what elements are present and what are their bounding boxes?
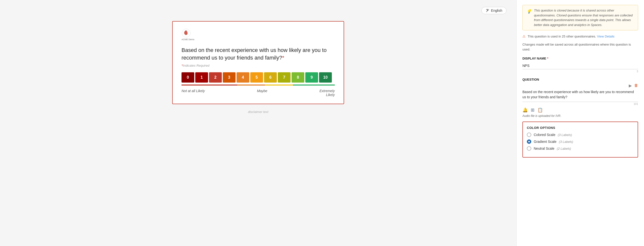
nps-cell[interactable]: 6: [264, 72, 277, 83]
brand-name: ACME Demo: [182, 38, 194, 41]
changes-note: Changes made will be saved across all qu…: [522, 42, 638, 52]
radio-circle: [527, 132, 531, 137]
radio-circle: [527, 139, 531, 144]
bell-icon[interactable]: 🔔: [522, 107, 528, 113]
nps-cell[interactable]: 8: [292, 72, 304, 83]
preview-question-text: Based on the recent experience with us h…: [182, 47, 335, 62]
radio-circle: [527, 146, 531, 151]
label-center: Maybe: [257, 89, 267, 97]
preview-card: ACME Demo Based on the recent experience…: [172, 21, 344, 104]
nps-cell[interactable]: 2: [209, 72, 222, 83]
color-option-label: Gradient Scale: [534, 140, 556, 143]
question-section: QUESTION ▶ 🗑 Based on the recent experie…: [522, 78, 638, 118]
required-note: *Indicates Required: [182, 64, 335, 67]
display-name-label: DISPLAY NAME *: [522, 57, 638, 60]
nps-cell[interactable]: 7: [278, 72, 290, 83]
translate-icon: [486, 8, 490, 12]
nps-cell[interactable]: 0: [182, 72, 194, 83]
color-options-section: COLOR OPTIONS Colored Scale (3 Labels)Gr…: [522, 122, 638, 157]
brand-logo: ACME Demo: [182, 28, 335, 41]
display-name-char-count: 3: [522, 70, 638, 73]
display-name-input[interactable]: [522, 62, 638, 69]
delete-icon[interactable]: 🗑: [634, 83, 638, 88]
disclaimer-text: disclaimer text: [248, 110, 268, 114]
color-option-label: Neutral Scale: [534, 146, 554, 150]
color-options-title: COLOR OPTIONS: [527, 126, 634, 130]
display-name-section: DISPLAY NAME * 3: [522, 57, 638, 73]
question-char-count: 101: [522, 103, 638, 105]
nps-bar-segment: [293, 85, 335, 86]
color-option-0[interactable]: Colored Scale (3 Labels): [527, 132, 634, 137]
audio-note: Audio file is uploaded for IVR.: [522, 114, 638, 118]
nps-bar-segment: [182, 85, 237, 86]
warning-text: This question is used in 25 other questi…: [528, 34, 614, 38]
media-icons: 🔔 ⊞ 📋: [522, 107, 638, 113]
nps-cell[interactable]: 4: [236, 72, 249, 83]
main-area: English ACME Demo Based on the recent ex…: [0, 0, 516, 246]
nps-labels: Not at all Likely Maybe ExtremelyLikely: [182, 89, 335, 97]
top-bar: English: [5, 5, 511, 16]
nps-cell[interactable]: 3: [223, 72, 236, 83]
color-option-label: Colored Scale: [534, 133, 555, 137]
label-left: Not at all Likely: [182, 89, 205, 97]
play-icon[interactable]: ▶: [629, 83, 632, 88]
nps-scale: 012345678910: [182, 72, 335, 83]
required-star: *: [282, 55, 284, 61]
view-details-link[interactable]: View Details: [597, 34, 614, 38]
label-right: ExtremelyLikely: [320, 89, 335, 97]
warning-icon: ⚠: [522, 34, 526, 38]
color-options-list: Colored Scale (3 Labels)Gradient Scale (…: [527, 132, 634, 151]
info-banner: 💡 This question is cloned because it is …: [522, 5, 638, 30]
color-option-sublabel: (2 Labels): [557, 147, 571, 150]
bookmark-icon[interactable]: 📋: [538, 107, 543, 113]
language-button[interactable]: English: [482, 7, 506, 14]
color-option-1[interactable]: Gradient Scale (3 Labels): [527, 139, 634, 144]
grid-icon[interactable]: ⊞: [531, 107, 534, 113]
nps-bar: [182, 85, 335, 86]
nps-bar-segment: [237, 85, 265, 86]
bulb-icon: 💡: [526, 8, 532, 27]
question-display: Based on the recent experience with us h…: [522, 89, 638, 102]
nps-bar-segment: [265, 85, 293, 86]
color-option-2[interactable]: Neutral Scale (2 Labels): [527, 146, 634, 151]
nps-cell[interactable]: 10: [319, 72, 332, 83]
info-banner-text: This question is cloned because it is sh…: [534, 8, 634, 27]
nps-cell[interactable]: 9: [305, 72, 318, 83]
language-label: English: [491, 8, 502, 12]
warning-line: ⚠ This question is used in 25 other ques…: [522, 34, 638, 38]
nps-cell[interactable]: 1: [195, 72, 208, 83]
question-actions: ▶ 🗑: [522, 83, 638, 88]
question-label: QUESTION: [522, 78, 638, 81]
right-panel: 💡 This question is cloned because it is …: [516, 0, 644, 246]
color-option-sublabel: (3 Labels): [558, 133, 572, 137]
color-option-sublabel: (3 Labels): [559, 140, 573, 143]
nps-cell[interactable]: 5: [250, 72, 263, 83]
logo-svg: [182, 28, 191, 38]
